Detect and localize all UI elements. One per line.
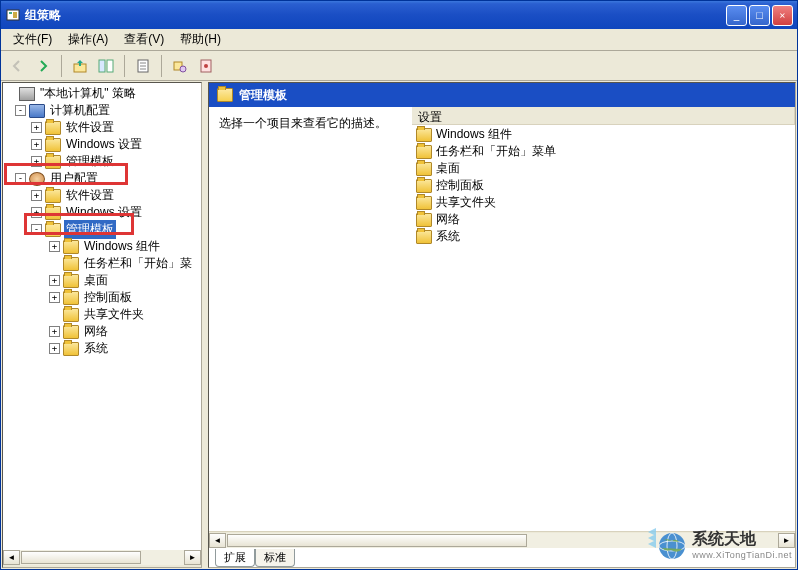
- tree-windows-components[interactable]: + Windows 组件: [3, 238, 201, 255]
- policy-icon: [19, 87, 35, 101]
- tree-admin-templates-2[interactable]: - 管理模板: [3, 221, 201, 238]
- item-label: 任务栏和「开始」菜单: [436, 143, 556, 160]
- tree-software-settings-2[interactable]: + 软件设置: [3, 187, 201, 204]
- expand-icon[interactable]: +: [31, 139, 42, 150]
- up-button[interactable]: [68, 54, 92, 78]
- description-text: 选择一个项目来查看它的描述。: [219, 116, 387, 130]
- folder-icon: [416, 162, 432, 176]
- list-items: Windows 组件 任务栏和「开始」菜单 桌面 控制面板 共享文件夹 网络 系…: [412, 125, 795, 531]
- scroll-right-button[interactable]: ►: [778, 533, 795, 548]
- tree-horizontal-scrollbar[interactable]: ◄ ►: [3, 550, 201, 567]
- scroll-right-button[interactable]: ►: [184, 550, 201, 565]
- tab-extended[interactable]: 扩展: [215, 549, 255, 567]
- expand-icon[interactable]: +: [31, 207, 42, 218]
- maximize-button[interactable]: □: [749, 5, 770, 26]
- details-horizontal-scrollbar[interactable]: ◄ ►: [209, 531, 795, 548]
- scrollbar-thumb[interactable]: [21, 551, 141, 564]
- template-button[interactable]: [194, 54, 218, 78]
- column-header-settings[interactable]: 设置: [412, 107, 795, 124]
- menu-action[interactable]: 操作(A): [60, 29, 116, 50]
- menu-help[interactable]: 帮助(H): [172, 29, 229, 50]
- tree-taskbar-start[interactable]: 任务栏和「开始」菜: [3, 255, 201, 272]
- close-button[interactable]: ×: [772, 5, 793, 26]
- expand-icon[interactable]: +: [49, 292, 60, 303]
- folder-icon: [416, 230, 432, 244]
- list-item[interactable]: 桌面: [412, 160, 795, 177]
- list-item[interactable]: 系统: [412, 228, 795, 245]
- forward-button[interactable]: [31, 54, 55, 78]
- content-area: "本地计算机" 策略 - 计算机配置 + 软件设置 + Windows 设置: [1, 81, 797, 569]
- scroll-left-button[interactable]: ◄: [3, 550, 20, 565]
- properties-button[interactable]: [131, 54, 155, 78]
- window-controls: _ □ ×: [726, 5, 793, 26]
- tree-software-settings[interactable]: + 软件设置: [3, 119, 201, 136]
- list-item[interactable]: 共享文件夹: [412, 194, 795, 211]
- folder-icon: [45, 138, 61, 152]
- item-label: Windows 组件: [436, 126, 512, 143]
- list-item[interactable]: 控制面板: [412, 177, 795, 194]
- details-header: 管理模板: [209, 83, 795, 107]
- minimize-button[interactable]: _: [726, 5, 747, 26]
- filter-button[interactable]: [168, 54, 192, 78]
- description-column: 选择一个项目来查看它的描述。: [209, 107, 412, 531]
- details-body: 选择一个项目来查看它的描述。 设置 Windows 组件 任务栏和「开始」菜单 …: [209, 107, 795, 531]
- list-item[interactable]: 网络: [412, 211, 795, 228]
- tab-standard[interactable]: 标准: [255, 549, 295, 567]
- scrollbar-thumb[interactable]: [227, 534, 527, 547]
- tree-root[interactable]: "本地计算机" 策略: [3, 85, 201, 102]
- tree-user-config[interactable]: - 用户配置: [3, 170, 201, 187]
- folder-icon: [63, 240, 79, 254]
- tree-shared-folders[interactable]: 共享文件夹: [3, 306, 201, 323]
- tree-admin-templates[interactable]: + 管理模板: [3, 153, 201, 170]
- tree-computer-config[interactable]: - 计算机配置: [3, 102, 201, 119]
- expand-icon[interactable]: +: [31, 122, 42, 133]
- details-pane: 管理模板 选择一个项目来查看它的描述。 设置 Windows 组件 任务栏和「开…: [208, 82, 796, 568]
- tree-windows-settings-2[interactable]: + Windows 设置: [3, 204, 201, 221]
- collapse-icon[interactable]: -: [31, 224, 42, 235]
- window-title: 组策略: [25, 7, 726, 24]
- expand-icon[interactable]: +: [31, 190, 42, 201]
- separator: [61, 55, 62, 77]
- tree-windows-settings[interactable]: + Windows 设置: [3, 136, 201, 153]
- expand-icon[interactable]: +: [49, 343, 60, 354]
- menu-file[interactable]: 文件(F): [5, 29, 60, 50]
- scrollbar-track[interactable]: [20, 550, 184, 565]
- folder-icon: [45, 121, 61, 135]
- list-item[interactable]: 任务栏和「开始」菜单: [412, 143, 795, 160]
- user-icon: [29, 172, 45, 186]
- tab-bar: 扩展 标准: [209, 548, 795, 567]
- folder-icon: [416, 213, 432, 227]
- svg-rect-4: [99, 60, 105, 72]
- menu-view[interactable]: 查看(V): [116, 29, 172, 50]
- expand-icon[interactable]: +: [31, 156, 42, 167]
- show-hide-tree-button[interactable]: [94, 54, 118, 78]
- expand-icon[interactable]: +: [49, 241, 60, 252]
- list-item[interactable]: Windows 组件: [412, 126, 795, 143]
- tree-label: 系统: [82, 339, 110, 358]
- tree-desktop[interactable]: + 桌面: [3, 272, 201, 289]
- toolbar: [1, 51, 797, 81]
- svg-point-11: [180, 66, 186, 72]
- item-label: 系统: [436, 228, 460, 245]
- list-column: 设置 Windows 组件 任务栏和「开始」菜单 桌面 控制面板 共享文件夹 网…: [412, 107, 795, 531]
- folder-open-icon: [45, 223, 61, 237]
- svg-rect-5: [107, 60, 113, 72]
- tree-control-panel[interactable]: + 控制面板: [3, 289, 201, 306]
- scrollbar-track[interactable]: [226, 533, 778, 548]
- tree-view[interactable]: "本地计算机" 策略 - 计算机配置 + 软件设置 + Windows 设置: [3, 83, 201, 550]
- tree-system[interactable]: + 系统: [3, 340, 201, 357]
- expand-icon[interactable]: +: [49, 326, 60, 337]
- scroll-left-button[interactable]: ◄: [209, 533, 226, 548]
- app-window: 组策略 _ □ × 文件(F) 操作(A) 查看(V) 帮助(H): [0, 0, 798, 570]
- separator: [124, 55, 125, 77]
- collapse-icon[interactable]: -: [15, 173, 26, 184]
- collapse-icon[interactable]: -: [15, 105, 26, 116]
- tree-network[interactable]: + 网络: [3, 323, 201, 340]
- list-header[interactable]: 设置: [412, 107, 795, 125]
- splitter[interactable]: [203, 81, 207, 569]
- folder-icon: [45, 189, 61, 203]
- menubar: 文件(F) 操作(A) 查看(V) 帮助(H): [1, 29, 797, 51]
- expand-icon[interactable]: +: [49, 275, 60, 286]
- folder-icon: [416, 196, 432, 210]
- titlebar: 组策略 _ □ ×: [1, 1, 797, 29]
